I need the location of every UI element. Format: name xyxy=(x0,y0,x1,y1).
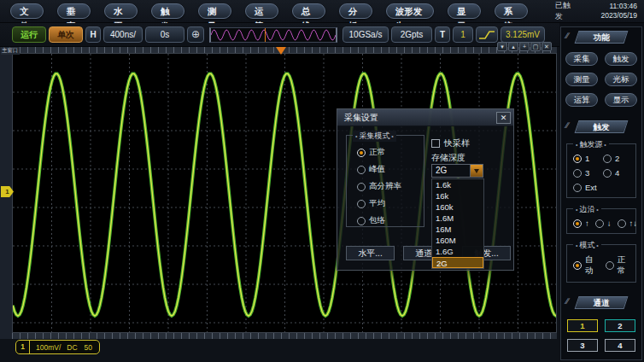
function-header-label: 功能 xyxy=(577,32,625,43)
timebase-button[interactable]: 400ns/ xyxy=(103,26,143,43)
memory-depth-combobox[interactable]: 2G xyxy=(431,164,483,178)
radio-edge-rising[interactable]: ↑ xyxy=(573,219,589,228)
radio-label: 高分辨率 xyxy=(369,181,401,192)
checkbox-icon xyxy=(431,139,440,148)
radio-source-ext[interactable]: Ext xyxy=(573,183,601,192)
rising-edge-icon xyxy=(478,29,495,41)
channel-3-button[interactable]: 3 xyxy=(567,339,598,352)
menu-item-trigger[interactable]: 触发 xyxy=(151,3,184,19)
func-btn-measure[interactable]: 测量 xyxy=(565,73,598,86)
menu-item-math[interactable]: 运算 xyxy=(245,3,278,19)
radio-label: 平均 xyxy=(369,198,385,209)
channel1-badge[interactable]: 1 100mV/ DC 50 xyxy=(15,340,100,354)
depth-option[interactable]: 1.6M xyxy=(432,213,483,224)
fast-sample-checkbox[interactable]: 快采样 xyxy=(431,137,470,149)
clock-date: 2023/05/19 xyxy=(600,11,637,20)
menu-item-wavegen[interactable]: 波形发生 xyxy=(386,3,434,19)
radio-source-3[interactable]: 3 xyxy=(573,168,601,178)
depth-option[interactable]: 1.6G xyxy=(432,246,483,257)
run-button[interactable]: 运行 xyxy=(12,26,46,43)
depth-option[interactable]: 16k xyxy=(432,190,483,201)
radio-acq-hires[interactable]: 高分辨率 xyxy=(357,181,424,192)
function-section-header[interactable]: 功能 xyxy=(575,31,629,44)
func-btn-display[interactable]: 显示 xyxy=(605,93,637,107)
delay-button[interactable]: 0s xyxy=(145,26,184,43)
trigger-section-header[interactable]: 触发 xyxy=(575,120,629,133)
channel-2-button[interactable]: 2 xyxy=(605,319,635,332)
radio-acq-normal[interactable]: 正常 xyxy=(357,147,424,158)
collapse-icon[interactable]: ▾ xyxy=(497,42,507,51)
trigger-t-button[interactable]: T xyxy=(435,26,450,43)
sidebar: 功能 采集 触发 测量 光标 运算 显示 触发 触发源 1 2 3 4 Ext … xyxy=(560,26,642,360)
radio-label: 正常 xyxy=(369,147,385,158)
acquisition-mode-group: 采集模式 正常 峰值 高分辨率 平均 包络 xyxy=(346,135,424,227)
func-btn-acquire[interactable]: 采集 xyxy=(565,52,598,66)
channel-1-button[interactable]: 1 xyxy=(567,319,598,332)
single-button[interactable]: 单次 xyxy=(49,26,83,43)
radio-label: 包络 xyxy=(369,215,385,226)
menu-item-display[interactable]: 显示 xyxy=(448,3,481,19)
depth-option[interactable]: 160M xyxy=(432,235,483,246)
radio-source-1[interactable]: 1 xyxy=(573,154,601,163)
radio-acq-envelope[interactable]: 包络 xyxy=(357,215,424,226)
window-icon[interactable]: ▢ xyxy=(530,42,541,51)
radio-dot xyxy=(357,149,366,157)
depth-option[interactable]: 1.6k xyxy=(432,179,483,190)
depth-option[interactable]: 160k xyxy=(432,201,483,213)
menu-item-file[interactable]: 文件 xyxy=(10,3,44,19)
memory-depth-button[interactable]: 2Gpts xyxy=(391,26,432,43)
func-btn-math[interactable]: 运算 xyxy=(565,93,598,107)
radio-dot xyxy=(357,166,366,174)
menu-item-horizontal[interactable]: 水平 xyxy=(104,3,138,19)
memory-depth-dropdown: 1.6k 16k 160k 1.6M 16M 160M 1.6G 2G xyxy=(431,178,484,269)
radio-dot xyxy=(595,219,604,228)
edge-label: 边沿 xyxy=(573,204,601,215)
preview-trigger-marker[interactable] xyxy=(265,28,266,42)
zoom-in-icon[interactable]: + xyxy=(519,42,530,51)
radio-mode-normal[interactable]: 正常 xyxy=(606,254,632,277)
trigger-position-marker[interactable] xyxy=(276,47,286,55)
channel-number: 1 xyxy=(16,341,30,353)
horizontal-settings-button[interactable]: 水平... xyxy=(346,246,395,260)
radio-source-4[interactable]: 4 xyxy=(603,168,631,178)
acquisition-settings-dialog: 采集设置 ✕ 采集模式 正常 峰值 高分辨率 平均 包络 快采样 存储深度 2G… xyxy=(337,108,514,271)
radio-label: ↓ xyxy=(607,219,612,228)
menu-item-analyze[interactable]: 分析 xyxy=(339,3,372,19)
menu-item-measure[interactable]: 测量 xyxy=(198,3,231,19)
menu-item-vertical[interactable]: 垂直 xyxy=(57,3,91,19)
trigger-level-button[interactable]: 3.125mV xyxy=(501,26,545,43)
trigger-source-button[interactable]: 1 xyxy=(453,26,473,43)
close-window-icon[interactable]: ✕ xyxy=(542,42,552,51)
radio-dot xyxy=(618,219,626,228)
radio-acq-average[interactable]: 平均 xyxy=(357,198,424,209)
trigger-slope-icon[interactable] xyxy=(476,26,498,43)
radio-dot xyxy=(603,169,612,178)
radio-edge-falling[interactable]: ↓ xyxy=(595,219,612,228)
sample-rate-button[interactable]: 10GSa/s xyxy=(342,26,389,43)
menu-item-system[interactable]: 系统 xyxy=(495,3,528,19)
radio-acq-peak[interactable]: 峰值 xyxy=(357,164,424,175)
depth-option[interactable]: 16M xyxy=(432,224,483,235)
channel-section-header[interactable]: 通道 xyxy=(575,296,629,309)
channel-impedance: 50 xyxy=(85,343,99,352)
expand-icon[interactable]: ▴ xyxy=(508,42,518,51)
horizontal-h-button[interactable]: H xyxy=(85,26,101,43)
channel-4-button[interactable]: 4 xyxy=(605,339,635,352)
radio-mode-auto[interactable]: 自动 xyxy=(573,254,600,277)
radio-edge-either[interactable]: ↑↓ xyxy=(618,219,638,228)
radio-source-2[interactable]: 2 xyxy=(603,154,631,163)
radio-dot xyxy=(357,217,366,225)
radio-dot xyxy=(573,261,582,270)
radio-dot xyxy=(573,219,582,228)
depth-option-selected[interactable]: 2G xyxy=(432,257,483,268)
close-icon[interactable]: ✕ xyxy=(496,112,511,124)
zoom-icon[interactable]: ⊕ xyxy=(187,26,204,43)
radio-dot xyxy=(357,183,366,191)
menu-item-bus[interactable]: 总线 xyxy=(292,3,325,19)
func-btn-trigger[interactable]: 触发 xyxy=(605,52,637,66)
chevron-down-icon[interactable] xyxy=(470,165,483,177)
radio-dot xyxy=(573,155,582,163)
trigger-source-label: 触发源 xyxy=(573,139,609,150)
waveform-preview[interactable] xyxy=(209,27,337,43)
func-btn-cursor[interactable]: 光标 xyxy=(605,73,637,86)
